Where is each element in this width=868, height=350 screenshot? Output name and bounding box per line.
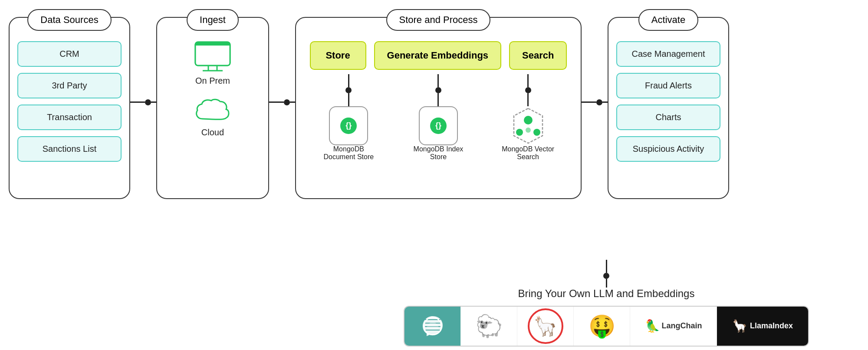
langchain-text: LangChain	[662, 321, 702, 330]
svg-rect-4	[196, 46, 230, 65]
ingest-onprem: On Prem	[193, 41, 232, 86]
dot-vline-2	[435, 87, 441, 93]
store-inner: Store Generate Embeddings Search	[304, 41, 573, 161]
connector-1	[130, 99, 156, 105]
connector-2	[269, 99, 295, 105]
store-box-search: Search	[509, 41, 567, 70]
activate-title: Activate	[638, 9, 698, 31]
svg-rect-3	[197, 43, 229, 46]
svg-point-11	[516, 129, 523, 136]
vline-2	[437, 74, 439, 87]
bottom-section: Bring Your Own LLM and Embeddings 🐑	[4, 260, 864, 347]
logo-langchain: 🦜 LangChain	[630, 307, 717, 346]
vector-svg	[509, 106, 548, 145]
store-box-store: Store	[310, 41, 366, 70]
store-col-2: {} MongoDB Index Store	[410, 74, 467, 161]
dot-vline-3	[525, 87, 531, 93]
vline-3	[527, 74, 529, 87]
store-box-embeddings: Generate Embeddings	[374, 41, 502, 70]
cloud-label: Cloud	[201, 128, 224, 137]
dot-3	[596, 99, 602, 105]
logo-coin: 🤑	[574, 307, 630, 346]
svg-marker-9	[514, 108, 542, 143]
vector-icon	[509, 106, 548, 145]
data-item-transaction: Transaction	[17, 105, 122, 130]
vline-bottom2	[606, 279, 607, 288]
data-sources-items: CRM 3rd Party Transaction Sanctions List	[17, 41, 122, 162]
mongo-green-2: {}	[430, 118, 447, 134]
activate-case: Case Management	[616, 41, 720, 67]
cloud-icon	[193, 98, 232, 124]
store-panel: Store and Process Store Generate Embeddi…	[295, 17, 582, 199]
data-item-3rdparty: 3rd Party	[17, 73, 122, 98]
vline-2b	[437, 93, 439, 106]
dot-2	[284, 99, 290, 105]
logo-hugging: 🐑	[461, 307, 517, 346]
mongo-doc-icon: {}	[329, 106, 368, 145]
top-row: Data Sources CRM 3rd Party Transaction S…	[4, 4, 864, 256]
svg-point-10	[524, 116, 533, 124]
svg-point-12	[533, 129, 540, 136]
svg-point-13	[526, 128, 531, 133]
mongo-index-label: MongoDB Index Store	[410, 145, 467, 161]
vline-1b	[348, 93, 349, 106]
llama-circle: 🦙	[528, 308, 563, 344]
line-2b	[290, 101, 295, 103]
llm-title: Bring Your Own LLM and Embeddings	[518, 288, 695, 300]
data-sources-title: Data Sources	[27, 9, 111, 31]
logo-llamaindex: 🦙 LlamaIndex	[717, 307, 808, 346]
onprem-label: On Prem	[195, 76, 230, 86]
logo-chatgpt	[404, 307, 461, 346]
dot-bottom	[603, 273, 609, 279]
line-1b	[151, 101, 156, 103]
dot-vline-1	[345, 87, 352, 93]
activate-items: Case Management Fraud Alerts Charts Susp…	[616, 41, 720, 162]
data-sources-panel: Data Sources CRM 3rd Party Transaction S…	[9, 17, 130, 199]
line-2	[269, 101, 284, 103]
ingest-panel: Ingest	[156, 17, 269, 199]
activate-suspicious: Suspicious Activity	[616, 136, 720, 162]
data-item-sanctions: Sanctions List	[17, 136, 122, 162]
monitor-icon	[193, 41, 232, 72]
store-col-1: {} MongoDB Document Store	[320, 74, 377, 161]
chatgpt-svg	[418, 311, 448, 341]
line-1	[130, 101, 145, 103]
ingest-title: Ingest	[187, 9, 239, 31]
llamaindex-text: LlamaIndex	[750, 321, 793, 330]
dot-1	[145, 99, 151, 105]
store-col-3: MongoDB Vector Search	[500, 74, 556, 161]
mongo-index-icon: {}	[419, 106, 458, 145]
vline-3b	[527, 93, 529, 106]
ingest-items: On Prem Cloud	[165, 41, 260, 137]
activate-fraud: Fraud Alerts	[616, 73, 720, 98]
mongo-doc-label: MongoDB Document Store	[320, 145, 377, 161]
vline-1	[348, 74, 349, 87]
ingest-cloud: Cloud	[193, 98, 232, 137]
connector-3	[582, 99, 608, 105]
mongo-green-1: {}	[340, 118, 357, 134]
mongo-vector-label: MongoDB Vector Search	[500, 145, 556, 161]
data-item-crm: CRM	[17, 41, 122, 67]
llm-logos: 🐑 🦙 🤑 🦜 LangChain 🦙 LlamaIndex	[404, 306, 809, 347]
vline-bottom	[606, 260, 607, 273]
store-title: Store and Process	[386, 9, 491, 31]
logo-llama: 🦙	[517, 307, 574, 346]
activate-panel: Activate Case Management Fraud Alerts Ch…	[608, 17, 729, 199]
activate-charts: Charts	[616, 105, 720, 130]
store-boxes: Store Generate Embeddings Search	[310, 41, 567, 70]
line-3b	[602, 101, 608, 103]
line-3	[582, 101, 596, 103]
diagram: Data Sources CRM 3rd Party Transaction S…	[4, 4, 864, 347]
store-columns: {} MongoDB Document Store	[304, 74, 573, 161]
